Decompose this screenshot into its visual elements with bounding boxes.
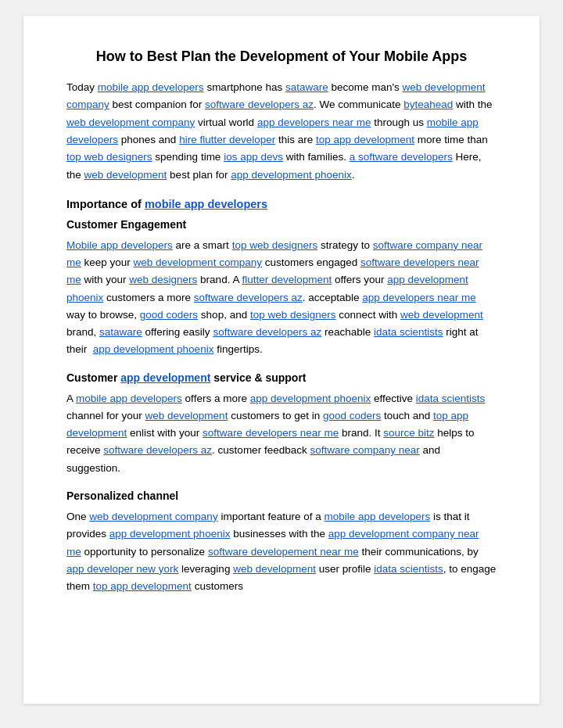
link-mobile-app-developers-importance[interactable]: mobile app developers	[145, 198, 267, 210]
link-web-development-company-4[interactable]: web development company	[89, 511, 217, 522]
link-app-development-phoenix-3[interactable]: app development phoenix	[93, 343, 214, 355]
link-mobile-app-developers-1[interactable]: mobile app developers	[98, 81, 204, 93]
importance-heading: Importance of mobile app developers	[66, 198, 497, 210]
link-sataware-1[interactable]: sataware	[285, 81, 328, 93]
personalized-channel-heading: Personalized channel	[66, 490, 497, 502]
link-app-development-phoenix-1[interactable]: app development phoenix	[231, 169, 352, 181]
link-mobile-app-developers-3[interactable]: Mobile app developers	[66, 239, 173, 251]
link-app-development-phoenix-5[interactable]: app development phoenix	[109, 528, 231, 540]
link-web-development-3[interactable]: web development	[145, 410, 228, 421]
main-title: How to Best Plan the Development of Your…	[66, 47, 497, 66]
personalized-channel-paragraph: One web development company important fe…	[66, 508, 497, 595]
customer-engagement-section: Customer Engagement Mobile app developer…	[66, 218, 497, 359]
link-web-development-1[interactable]: web development	[84, 169, 167, 181]
link-software-company-near[interactable]: software company near	[310, 444, 419, 456]
page-container: How to Best Plan the Development of Your…	[23, 16, 540, 704]
link-top-app-development-1[interactable]: top app development	[316, 134, 414, 145]
link-hire-flutter-developer[interactable]: hire flutter developer	[179, 134, 275, 145]
link-byteahead[interactable]: byteahead	[403, 99, 453, 110]
link-good-coders-1[interactable]: good coders	[140, 309, 198, 321]
link-software-developers-near-me-2[interactable]: software developers near me	[203, 427, 339, 439]
link-web-designers-1[interactable]: web designers	[129, 274, 197, 285]
link-idata-scientists-2[interactable]: idata scientists	[416, 393, 486, 404]
link-web-development-2[interactable]: web development	[400, 309, 483, 321]
link-mobile-app-developers-4[interactable]: mobile app developers	[76, 393, 182, 404]
link-top-web-designers-2[interactable]: top web designers	[232, 239, 318, 251]
intro-paragraph: Today mobile app developers smartphone h…	[66, 79, 497, 184]
customer-engagement-heading: Customer Engagement	[66, 218, 497, 231]
link-sataware-2[interactable]: sataware	[99, 326, 142, 338]
link-app-developers-near-me-1[interactable]: app developers near me	[257, 117, 371, 128]
customer-service-label-before: Customer	[66, 371, 120, 384]
link-app-developer-new-york[interactable]: app developer new york	[66, 563, 178, 575]
importance-label: Importance of	[66, 198, 145, 210]
link-web-development-company-2[interactable]: web development company	[66, 117, 195, 128]
link-idata-scientists-3[interactable]: idata scientists	[374, 563, 443, 575]
customer-service-label-after: service & support	[210, 371, 306, 384]
customer-service-section: Customer app development service & suppo…	[66, 371, 497, 477]
link-software-developers-az-2[interactable]: software developers az	[194, 292, 303, 303]
link-idata-scientists-1[interactable]: idata scientists	[374, 326, 443, 338]
link-flutter-development[interactable]: flutter development	[242, 274, 332, 285]
link-source-bitz[interactable]: source bitz	[383, 427, 434, 439]
link-software-developers-az-3[interactable]: software developers az	[213, 326, 321, 338]
link-app-development-phoenix-4[interactable]: app development phoenix	[250, 393, 371, 404]
link-app-developers-near-me-2[interactable]: app developers near me	[362, 292, 476, 303]
personalized-channel-section: Personalized channel One web development…	[66, 490, 497, 595]
customer-engagement-paragraph: Mobile app developers are a smart top we…	[66, 237, 497, 359]
link-ios-app-devs[interactable]: ios app devs	[224, 151, 283, 163]
customer-service-heading: Customer app development service & suppo…	[66, 371, 497, 384]
link-software-developers-az-4[interactable]: software developers az	[103, 444, 212, 456]
link-top-web-designers-3[interactable]: top web designers	[250, 309, 336, 321]
link-web-development-4[interactable]: web development	[233, 563, 316, 575]
link-top-app-development-3[interactable]: top app development	[93, 580, 192, 592]
link-mobile-app-developers-5[interactable]: mobile app developers	[324, 511, 430, 522]
link-software-developement-near-me[interactable]: software developement near me	[208, 546, 359, 558]
link-app-development-heading[interactable]: app development	[120, 371, 210, 384]
importance-section: Importance of mobile app developers	[66, 198, 497, 210]
customer-service-paragraph: A mobile app developers offers a more ap…	[66, 390, 497, 477]
link-a-software-developers[interactable]: a software developers	[350, 151, 453, 163]
link-good-coders-2[interactable]: good coders	[323, 410, 381, 421]
link-top-web-designers-1[interactable]: top web designers	[66, 151, 152, 163]
link-software-developers-az-1[interactable]: software developers az	[205, 99, 314, 110]
link-web-development-company-3[interactable]: web development company	[134, 256, 262, 268]
